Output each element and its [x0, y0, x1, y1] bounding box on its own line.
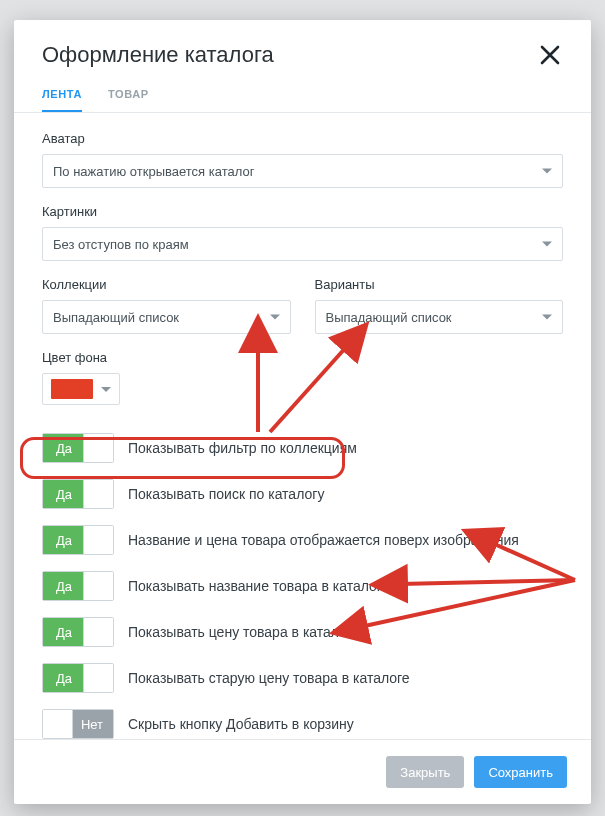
select-images[interactable]: Без отступов по краям: [42, 227, 563, 261]
toggle-label: Показывать название товара в каталоге: [128, 578, 389, 594]
toggle-knob: [83, 572, 113, 600]
toggle-label: Показывать старую цену товара в каталоге: [128, 670, 410, 686]
color-picker[interactable]: [42, 373, 120, 405]
toggle-on-text: Да: [43, 434, 85, 462]
toggle-on-text: Да: [43, 526, 85, 554]
toggle-knob: [83, 618, 113, 646]
toggle-row: ДаПоказывать фильтр по коллекциям: [42, 433, 563, 463]
toggle-on-text: Да: [43, 664, 85, 692]
toggle-on-text: Да: [43, 480, 85, 508]
close-icon: [539, 44, 561, 66]
select-collections-value: Выпадающий список: [53, 310, 179, 325]
toggle-off-text: Нет: [71, 710, 113, 738]
toggle-row: ДаПоказывать старую цену товара в катало…: [42, 663, 563, 693]
field-variants: Варианты Выпадающий список: [315, 277, 564, 334]
toggle-knob: [83, 480, 113, 508]
close-button[interactable]: [537, 42, 563, 68]
label-variants: Варианты: [315, 277, 564, 292]
select-collections[interactable]: Выпадающий список: [42, 300, 291, 334]
toggle-label: Показывать поиск по каталогу: [128, 486, 324, 502]
select-images-value: Без отступов по краям: [53, 237, 189, 252]
label-avatar: Аватар: [42, 131, 563, 146]
toggle-3[interactable]: Да: [42, 571, 114, 601]
tabs: ЛЕНТА ТОВАР: [14, 68, 591, 113]
toggle-2[interactable]: Да: [42, 525, 114, 555]
modal-footer: Закрыть Сохранить: [14, 739, 591, 804]
tab-product[interactable]: ТОВАР: [108, 88, 149, 112]
toggle-0[interactable]: Да: [42, 433, 114, 463]
field-collections: Коллекции Выпадающий список: [42, 277, 291, 334]
toggle-knob: [43, 710, 73, 738]
toggle-5[interactable]: Да: [42, 663, 114, 693]
catalog-design-modal: Оформление каталога ЛЕНТА ТОВАР Аватар П…: [14, 20, 591, 804]
select-avatar[interactable]: По нажатию открывается каталог: [42, 154, 563, 188]
select-variants[interactable]: Выпадающий список: [315, 300, 564, 334]
field-images: Картинки Без отступов по краям: [42, 204, 563, 261]
toggle-on-text: Да: [43, 618, 85, 646]
toggle-row: НетСкрыть кнопку Добавить в корзину: [42, 709, 563, 739]
color-swatch: [51, 379, 93, 399]
tab-feed[interactable]: ЛЕНТА: [42, 88, 82, 112]
modal-header: Оформление каталога: [14, 20, 591, 68]
field-bgcolor: Цвет фона: [42, 350, 563, 405]
modal-title: Оформление каталога: [42, 42, 274, 68]
close-footer-button[interactable]: Закрыть: [386, 756, 464, 788]
label-images: Картинки: [42, 204, 563, 219]
toggle-on-text: Да: [43, 572, 85, 600]
toggle-label: Показывать цену товара в каталоге: [128, 624, 360, 640]
toggle-6[interactable]: Нет: [42, 709, 114, 739]
toggle-label: Скрыть кнопку Добавить в корзину: [128, 716, 354, 732]
toggles-list: ДаПоказывать фильтр по коллекциямДаПоказ…: [42, 433, 563, 739]
toggle-row: ДаПоказывать цену товара в каталоге: [42, 617, 563, 647]
toggle-knob: [83, 526, 113, 554]
toggle-4[interactable]: Да: [42, 617, 114, 647]
label-bgcolor: Цвет фона: [42, 350, 563, 365]
label-collections: Коллекции: [42, 277, 291, 292]
toggle-row: ДаПоказывать название товара в каталоге: [42, 571, 563, 601]
toggle-row: ДаПоказывать поиск по каталогу: [42, 479, 563, 509]
select-variants-value: Выпадающий список: [326, 310, 452, 325]
modal-body: Аватар По нажатию открывается каталог Ка…: [14, 113, 591, 739]
toggle-label: Показывать фильтр по коллекциям: [128, 440, 357, 456]
save-button[interactable]: Сохранить: [474, 756, 567, 788]
row-collections-variants: Коллекции Выпадающий список Варианты Вып…: [42, 277, 563, 350]
toggle-knob: [83, 664, 113, 692]
select-avatar-value: По нажатию открывается каталог: [53, 164, 254, 179]
field-avatar: Аватар По нажатию открывается каталог: [42, 131, 563, 188]
toggle-knob: [83, 434, 113, 462]
toggle-label: Название и цена товара отображается пове…: [128, 532, 519, 548]
toggle-row: ДаНазвание и цена товара отображается по…: [42, 525, 563, 555]
toggle-1[interactable]: Да: [42, 479, 114, 509]
